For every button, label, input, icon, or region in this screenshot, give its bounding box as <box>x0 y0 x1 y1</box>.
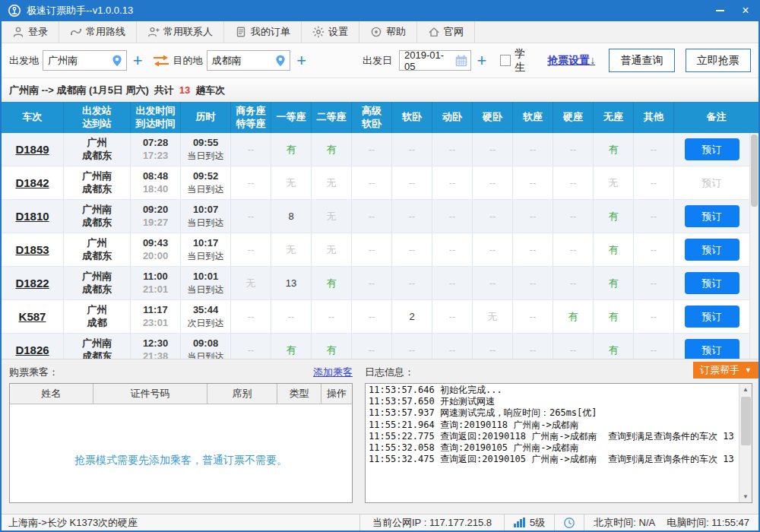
app-logo-icon <box>8 4 21 17</box>
seat-availability: -- <box>352 334 392 359</box>
scroll-down-icon[interactable]: ▼ <box>743 491 749 502</box>
seat-availability: -- <box>473 233 513 266</box>
departure-station: 广州 <box>87 304 107 316</box>
train-number-link[interactable]: D1849 <box>15 143 49 156</box>
book-button[interactable]: 预订 <box>685 272 739 294</box>
seat-availability: -- <box>473 200 513 233</box>
grab-settings-link[interactable]: 抢票设置↓ <box>547 54 595 68</box>
gear-icon <box>312 26 325 38</box>
add-from-station-button[interactable]: + <box>127 52 149 69</box>
log-lines: 11:53:57.646 初始化完成...11:53:57.650 开始测试网速… <box>366 384 752 466</box>
train-number-link[interactable]: D1826 <box>15 344 49 356</box>
arrival-day-note: 当日到达 <box>188 250 224 262</box>
train-number-link[interactable]: D1853 <box>15 243 49 256</box>
book-button[interactable]: 预订 <box>685 138 739 160</box>
add-passenger-link[interactable]: 添加乘客 <box>313 366 353 379</box>
passenger-column-header: 类型 <box>277 384 321 404</box>
duration-cell: 35:44次日到达 <box>181 300 231 333</box>
toolbar-item-label: 官网 <box>444 25 464 39</box>
caret-down-icon: ▼ <box>745 366 752 374</box>
arrival-station: 成都东 <box>82 217 112 229</box>
departure-time: 08:48 <box>143 170 168 182</box>
duration-cell: 09:52当日到达 <box>181 166 231 199</box>
close-button[interactable]: × <box>733 0 758 21</box>
seat-availability: 2 <box>392 300 432 333</box>
departure-time: 07:28 <box>143 137 168 149</box>
toolbar-item-contacts[interactable]: 常用联系人 <box>137 21 224 43</box>
train-number-link[interactable]: D1842 <box>15 176 49 189</box>
swap-stations-icon[interactable] <box>152 54 170 68</box>
booking-cell: 预订 <box>674 267 749 299</box>
toolbar: 登录常用路线常用联系人我的订单设置帮助官网 <box>2 21 758 43</box>
seat-availability: -- <box>634 267 674 299</box>
seat-availability: -- <box>473 166 513 199</box>
seat-availability: 有 <box>312 267 352 299</box>
passenger-column-header: 席别 <box>207 384 277 404</box>
student-checkbox[interactable] <box>500 55 511 66</box>
booking-helper-button[interactable]: 订票帮手 ▼ <box>693 362 758 378</box>
minimize-button[interactable] <box>707 0 733 21</box>
train-number-link[interactable]: D1810 <box>15 210 49 223</box>
to-station-input[interactable]: 成都南 <box>207 50 291 71</box>
table-row: D1822广州南成都东11:0021:0110:01当日到达无13有------… <box>2 267 758 300</box>
book-button[interactable]: 预订 <box>685 339 739 359</box>
grab-now-button[interactable]: 立即抢票 <box>686 49 751 72</box>
from-station-value: 广州南 <box>48 54 78 68</box>
train-number-link[interactable]: D1822 <box>15 277 49 290</box>
book-button[interactable]: 预订 <box>685 239 739 261</box>
booking-cell: 预订 <box>674 300 749 333</box>
add-date-button[interactable]: + <box>471 52 493 69</box>
seat-availability: -- <box>392 166 432 199</box>
seat-availability: -- <box>432 166 473 199</box>
log-scrollbar[interactable]: ▲ ▼ <box>739 384 752 502</box>
help-icon <box>370 26 382 38</box>
toolbar-item-settings[interactable]: 设置 <box>302 21 359 43</box>
from-station-input[interactable]: 广州南 <box>43 50 127 71</box>
seat-availability: 有 <box>594 267 634 299</box>
seat-availability: -- <box>553 334 594 359</box>
toolbar-item-orders[interactable]: 我的订单 <box>224 21 302 43</box>
duration-cell: 10:01当日到达 <box>181 267 231 299</box>
toolbar-item-help[interactable]: 帮助 <box>359 21 417 43</box>
table-scrollbar[interactable] <box>749 133 758 359</box>
train-number-link[interactable]: K587 <box>19 310 46 323</box>
seat-availability: 有 <box>594 200 634 233</box>
log-scrollbar-thumb[interactable] <box>741 397 751 445</box>
seat-availability: -- <box>513 166 553 199</box>
book-button[interactable]: 预订 <box>685 205 739 227</box>
toolbar-item-login[interactable]: 登录 <box>2 21 59 43</box>
normal-query-button[interactable]: 普通查询 <box>609 49 674 72</box>
seat-availability: -- <box>513 334 553 359</box>
minimize-icon <box>716 10 724 11</box>
departure-station: 广州南 <box>82 204 112 216</box>
scrollbar-thumb[interactable] <box>751 135 758 207</box>
student-label: 学生 <box>515 47 534 74</box>
arrival-station: 成都东 <box>82 350 112 359</box>
column-header: 出发站 达到站 <box>64 102 131 133</box>
status-public-ip: 当前公网IP : 117.177.215.8 <box>372 516 492 530</box>
seat-availability: -- <box>553 233 594 266</box>
to-label: 目的地 <box>173 54 203 68</box>
arrival-day-note: 次日到达 <box>188 317 224 329</box>
log-box: 11:53:57.646 初始化完成...11:53:57.650 开始测试网速… <box>365 383 752 503</box>
toolbar-item-routes[interactable]: 常用路线 <box>59 21 137 43</box>
toolbar-item-site[interactable]: 官网 <box>417 21 475 43</box>
book-button[interactable]: 预订 <box>685 306 739 328</box>
passenger-table-header: 姓名证件号码席别类型操作 <box>10 384 352 404</box>
arrival-time: 18:40 <box>143 183 168 195</box>
results-body: D1849广州成都东07:2817:2309:55当日到达--有有-------… <box>2 133 758 359</box>
seat-availability: 无 <box>312 233 352 266</box>
train-cell: D1822 <box>2 267 64 299</box>
seat-availability: -- <box>634 300 674 333</box>
seat-availability: -- <box>432 133 473 166</box>
times-cell: 08:4818:40 <box>131 166 181 199</box>
home-icon <box>428 26 440 38</box>
scroll-up-icon[interactable]: ▲ <box>743 384 749 395</box>
add-to-station-button[interactable]: + <box>290 52 312 69</box>
arrival-time: 23:01 <box>143 317 168 329</box>
departure-station: 广州南 <box>82 337 112 350</box>
seat-availability: 8 <box>271 200 312 233</box>
table-row: D1853广州成都东09:4320:0010:17当日到达--无无-------… <box>2 233 758 267</box>
seat-availability: -- <box>432 300 473 333</box>
date-input[interactable]: 2019-01-05 <box>399 50 471 71</box>
